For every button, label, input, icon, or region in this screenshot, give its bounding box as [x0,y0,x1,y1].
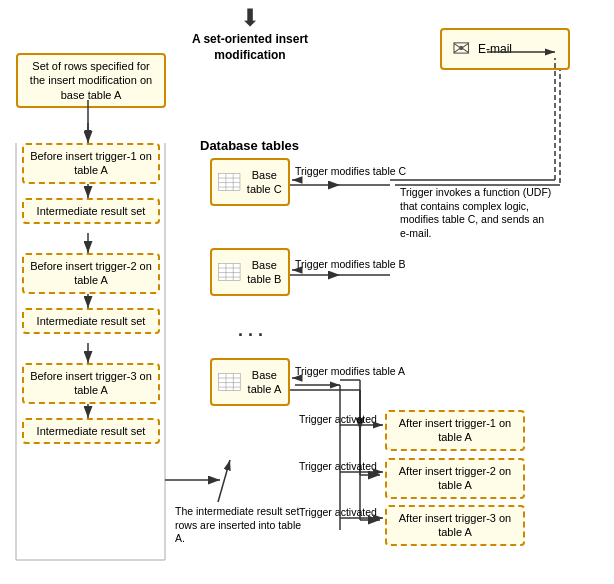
insert-note: The intermediate result set rows are ins… [175,505,305,546]
trigger-activated-1-label: Trigger activated [299,413,377,427]
email-box: ✉ E-mail [440,28,570,70]
base-table-a-box: Base table A [210,358,290,406]
title-area: ⬇ A set-oriented insert modification [160,4,340,63]
down-arrow-icon: ⬇ [160,4,340,32]
before-trigger-1: Before insert trigger-1 on table A [22,143,160,184]
trigger-modifies-b-label: Trigger modifies table B [295,258,406,272]
svg-rect-28 [219,174,240,191]
trigger-activated-2-label: Trigger activated [299,460,377,474]
intermediate-result-2: Intermediate result set [22,308,160,334]
trigger-modifies-c-label: Trigger modifies table C [295,165,406,179]
base-table-c-box: Base table C [210,158,290,206]
before-trigger-3: Before insert trigger-3 on table A [22,363,160,404]
svg-line-59 [218,460,230,502]
base-table-b-box: Base table B [210,248,290,296]
table-icon-c [218,166,241,198]
svg-rect-34 [219,264,241,281]
table-icon-b [218,256,241,288]
email-icon: ✉ [452,36,470,62]
trigger-modifies-a-label: Trigger modifies table A [295,365,405,379]
intermediate-result-3: Intermediate result set [22,418,160,444]
table-icon-a [218,366,241,398]
diagram-title: A set-oriented insert modification [160,32,340,63]
after-trigger-3: After insert trigger-3 on table A [385,505,525,546]
diagram: ⬇ A set-oriented insert modification Set… [0,0,614,584]
start-box: Set of rows specified for the insert mod… [16,53,166,108]
db-section-label: Database tables [200,138,299,153]
after-trigger-1: After insert trigger-1 on table A [385,410,525,451]
trigger-activated-3-label: Trigger activated [299,506,377,520]
intermediate-result-1: Intermediate result set [22,198,160,224]
udf-note: Trigger invokes a function (UDF) that co… [400,186,555,241]
before-trigger-2: Before insert trigger-2 on table A [22,253,160,294]
svg-rect-40 [219,373,241,390]
ellipsis: . . . [238,320,263,341]
after-trigger-2: After insert trigger-2 on table A [385,458,525,499]
